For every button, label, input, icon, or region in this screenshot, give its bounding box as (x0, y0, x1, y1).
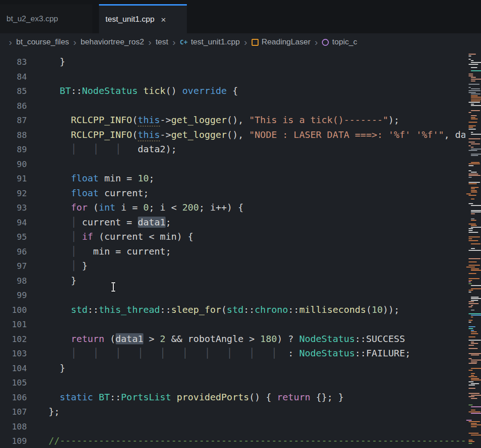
minimap-line (471, 190, 477, 191)
tab-test_unit1[interactable]: test_unit1.cpp × (99, 4, 187, 33)
line-number[interactable]: 85 (0, 84, 27, 99)
breadcrumb-item-behaviortree-ros2[interactable]: behaviortree_ros2 (80, 37, 144, 47)
line-number[interactable]: 83 (0, 55, 27, 69)
code-token (171, 392, 177, 403)
code-line[interactable]: 101 (0, 317, 481, 332)
code-line[interactable]: 88 RCLCPP_INFO(this->get_logger(), "NODE… (0, 128, 481, 143)
code-token (49, 143, 71, 155)
line-number[interactable]: 97 (0, 259, 27, 274)
minimap-line (471, 104, 474, 105)
code-line[interactable]: 98 } (0, 274, 481, 288)
line-number[interactable]: 98 (0, 274, 27, 288)
code-line[interactable]: 99 (0, 288, 481, 303)
breadcrumb-item-file[interactable]: test_unit1.cpp (191, 37, 240, 47)
code-line[interactable]: 83 } (0, 55, 481, 69)
code-token: (current < min) { (93, 231, 193, 242)
minimap-line (471, 162, 480, 163)
line-number[interactable]: 104 (0, 361, 27, 376)
code-line[interactable]: 100 std::this_thread::sleep_for(std::chr… (0, 303, 481, 317)
line-number[interactable]: 99 (0, 288, 27, 303)
minimap-line (469, 195, 476, 196)
line-number[interactable]: 106 (0, 390, 27, 405)
line-number[interactable]: 96 (0, 244, 27, 259)
minimap-line (471, 62, 481, 63)
line-number[interactable]: 94 (0, 215, 27, 230)
code-line[interactable]: 96 │ min = current; (0, 244, 481, 259)
code-line[interactable]: 85 BT::NodeStatus tick() override { (0, 84, 481, 99)
line-number[interactable]: 103 (0, 346, 27, 361)
code-line[interactable]: 103 │ │ │ │ │ │ │ │ │ │ : NodeStatus::FA… (0, 346, 481, 361)
close-icon[interactable]: × (161, 15, 166, 24)
line-number[interactable]: 107 (0, 404, 27, 419)
code-token (93, 392, 99, 403)
line-number[interactable]: 95 (0, 230, 27, 244)
minimap-line (471, 361, 477, 362)
line-number[interactable]: 89 (0, 142, 27, 157)
minimap-line (471, 330, 474, 331)
line-number[interactable]: 87 (0, 113, 27, 128)
line-number[interactable]: 102 (0, 332, 27, 347)
line-number[interactable]: 86 (0, 99, 27, 113)
breadcrumb-item-topic[interactable]: topic_c (332, 37, 357, 47)
code-token (49, 114, 71, 125)
line-number[interactable]: 93 (0, 200, 27, 215)
code-line[interactable]: 86 (0, 99, 481, 113)
line-number[interactable]: 101 (0, 317, 27, 332)
code-text (49, 419, 481, 434)
tab-bt_u2_ex3[interactable]: bt_u2_ex3.cpp (0, 4, 92, 33)
line-number[interactable]: 109 (0, 434, 27, 448)
code-line[interactable]: 106 static BT::PortsList providedPorts()… (0, 390, 481, 405)
code-line[interactable]: 94 │ current = data1; (0, 215, 481, 230)
minimap-line (469, 396, 475, 397)
code-token: } (49, 275, 76, 286)
code-token: get_logger (171, 129, 227, 140)
code-line[interactable]: 97 │ } (0, 259, 481, 274)
breadcrumb-item-readinglaser[interactable]: ReadingLaser (262, 37, 311, 47)
code-token: }; (49, 406, 60, 417)
code-line[interactable]: 108 (0, 419, 481, 434)
code-line[interactable]: 95 │ if (current < min) { (0, 230, 481, 244)
minimap-line (471, 268, 479, 269)
line-number[interactable]: 100 (0, 303, 27, 317)
line-number[interactable]: 84 (0, 69, 27, 84)
line-number[interactable]: 108 (0, 419, 27, 434)
tab-label: bt_u2_ex3.cpp (6, 14, 58, 24)
code-line[interactable]: 87 RCLCPP_INFO(this->get_logger(), "This… (0, 113, 481, 128)
minimap-line (469, 232, 478, 233)
code-line[interactable]: 92 float current; (0, 186, 481, 201)
minimap[interactable] (465, 51, 481, 448)
code-line[interactable]: 90 (0, 157, 481, 172)
minimap-line (471, 380, 481, 380)
breadcrumb-item-bt-course-files[interactable]: bt_course_files (16, 37, 69, 47)
code-line[interactable]: 105 (0, 375, 481, 390)
line-number[interactable]: 91 (0, 171, 27, 186)
minimap-line (471, 118, 478, 119)
code-token: data1 (138, 217, 166, 228)
code-line[interactable]: 89 │ │ │ data2); (0, 142, 481, 157)
minimap-line (469, 265, 480, 266)
code-line[interactable]: 93 for (int i = 0; i < 200; i++) { (0, 200, 481, 215)
code-line[interactable]: 91 float min = 10; (0, 171, 481, 186)
line-number[interactable]: 92 (0, 186, 27, 201)
breadcrumb-item-test[interactable]: test (155, 37, 168, 47)
minimap-line (471, 199, 475, 199)
code-line[interactable]: 102 return (data1 > 2 && robotAngle > 18… (0, 332, 481, 347)
code-token: ( (104, 333, 115, 344)
code-line[interactable]: 104 } (0, 361, 481, 376)
minimap-line (469, 203, 473, 204)
method-icon (322, 39, 329, 46)
minimap-line (469, 278, 480, 279)
minimap-line (469, 411, 481, 412)
line-number[interactable]: 88 (0, 128, 27, 143)
code-text: } (49, 55, 481, 69)
editor[interactable]: 83 }8485 BT::NodeStatus tick() override … (0, 51, 481, 448)
chevron-right-icon: › (148, 37, 151, 47)
code-line[interactable]: 109//-----------------------------------… (0, 434, 481, 448)
code-text: │ min = current; (49, 244, 481, 259)
minimap-line (469, 326, 475, 327)
code-token: > (143, 333, 160, 344)
line-number[interactable]: 105 (0, 375, 27, 390)
code-line[interactable]: 107}; (0, 404, 481, 419)
line-number[interactable]: 90 (0, 157, 27, 172)
code-line[interactable]: 84 (0, 69, 481, 84)
